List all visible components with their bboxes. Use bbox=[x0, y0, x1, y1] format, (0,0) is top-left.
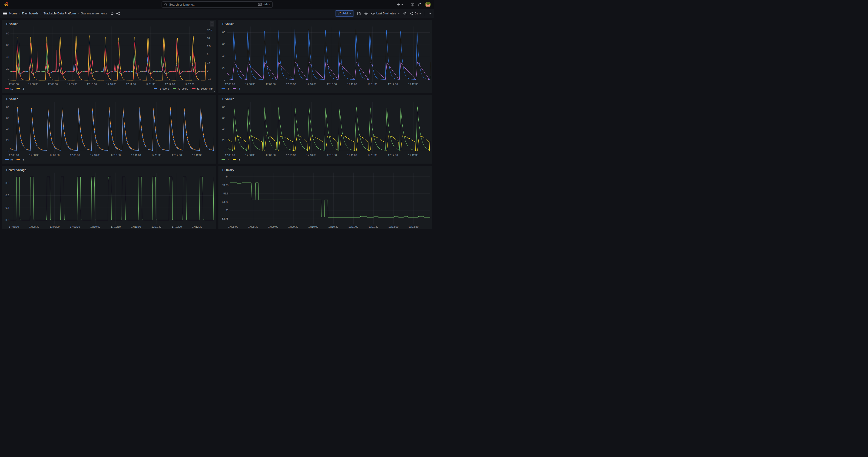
legend-item-r5[interactable]: r5 bbox=[5, 158, 13, 161]
chart-canvas[interactable] bbox=[227, 27, 430, 82]
menu-icon[interactable] bbox=[3, 12, 7, 15]
chart-canvas[interactable] bbox=[227, 102, 430, 153]
legend-swatch bbox=[233, 88, 236, 89]
avatar[interactable] bbox=[425, 2, 431, 7]
x-axis-label: 17:10:30 bbox=[106, 83, 117, 86]
legend-item-r6[interactable]: r6 bbox=[17, 158, 24, 161]
y-axis-label: 53 bbox=[225, 209, 228, 212]
legend-group-left: r5r6 bbox=[5, 158, 24, 161]
chevron-down-icon bbox=[398, 12, 400, 14]
y-axis-right: -2.502.557.51012.5 bbox=[206, 27, 214, 82]
new-plus-button[interactable] bbox=[397, 3, 403, 6]
panel-title[interactable]: R-values bbox=[222, 22, 234, 26]
x-axis-label: 17:12:30 bbox=[408, 83, 418, 86]
search-input[interactable]: Search or jump to... ctrl+k bbox=[161, 1, 273, 8]
legend-item-r2[interactable]: r2 bbox=[17, 87, 24, 90]
breadcrumb-separator: › bbox=[19, 12, 21, 16]
x-axis-label: 17:11:00 bbox=[131, 154, 141, 156]
breadcrumb-folder[interactable]: Stackable Data Platform bbox=[43, 12, 76, 15]
x-axis-label: 17:11:00 bbox=[126, 83, 136, 86]
x-axis-label: 17:08:30 bbox=[29, 154, 39, 156]
plot-area bbox=[10, 173, 214, 224]
x-axis: 17:08:0017:08:3017:09:0017:09:3017:10:00… bbox=[10, 82, 206, 86]
star-icon[interactable] bbox=[110, 12, 114, 16]
panel-r-values-1: R-values 020406080-2.502.557.51012.517:0… bbox=[2, 20, 216, 93]
legend-item-r4[interactable]: r4 bbox=[233, 87, 240, 90]
time-range-picker[interactable]: Last 5 minutes bbox=[371, 12, 400, 15]
chevron-down-icon bbox=[349, 12, 351, 14]
legend-label: r8 bbox=[238, 158, 240, 161]
legend-label: r5 bbox=[10, 158, 13, 161]
legend-item-r8[interactable]: r8 bbox=[233, 158, 240, 161]
panel-header[interactable]: R-values bbox=[220, 96, 430, 102]
panel-title[interactable]: R-values bbox=[6, 22, 18, 26]
toolbar-divider bbox=[425, 11, 425, 16]
legend-item-r7[interactable]: r7 bbox=[221, 158, 229, 161]
y-axis-label: 60 bbox=[6, 44, 9, 47]
panel-resize-handle[interactable] bbox=[214, 90, 215, 92]
legend-swatch bbox=[5, 159, 9, 160]
y-axis-label: 53.25 bbox=[222, 201, 228, 203]
x-axis-label: 17:10:00 bbox=[90, 225, 100, 228]
panel-title[interactable]: Heater Voltage bbox=[6, 168, 26, 172]
y-axis-label: 40 bbox=[222, 55, 225, 57]
kebab-menu-icon[interactable] bbox=[210, 21, 214, 27]
chart-canvas[interactable] bbox=[230, 173, 430, 224]
grafana-logo[interactable] bbox=[3, 2, 9, 7]
legend-group-right: r1_scorer2_scorer1_score_lttb bbox=[154, 87, 213, 90]
y-axis-label: 20 bbox=[222, 139, 225, 142]
legend-label: r3 bbox=[227, 87, 229, 90]
panel-header[interactable]: Humidity bbox=[220, 167, 430, 173]
panel-header[interactable]: R-values bbox=[4, 21, 214, 27]
top-right-actions bbox=[397, 2, 431, 7]
x-axis-label: 17:12:30 bbox=[192, 225, 202, 228]
breadcrumb-dashboards[interactable]: Dashboards bbox=[22, 12, 38, 15]
chart-canvas[interactable] bbox=[10, 102, 214, 153]
x-axis-label: 17:11:30 bbox=[368, 83, 377, 86]
share-icon[interactable] bbox=[116, 12, 120, 16]
x-axis-label: 17:11:30 bbox=[146, 83, 155, 86]
panel-title[interactable]: Humidity bbox=[222, 168, 234, 172]
help-button[interactable] bbox=[410, 3, 414, 6]
y-axis-left: 020406080 bbox=[220, 102, 227, 153]
x-axis-label: 17:11:30 bbox=[152, 225, 161, 228]
panel-title[interactable]: R-values bbox=[222, 97, 234, 101]
x-axis: 17:08:0017:08:3017:09:0017:09:3017:10:00… bbox=[10, 224, 214, 228]
gear-icon[interactable] bbox=[364, 11, 368, 16]
save-icon[interactable] bbox=[357, 12, 361, 16]
legend-item-r2_score[interactable]: r2_score bbox=[173, 87, 188, 90]
legend-label: r4 bbox=[238, 87, 240, 90]
x-axis-label: 17:11:30 bbox=[368, 154, 377, 156]
panel-header[interactable]: R-values bbox=[4, 96, 214, 102]
y-axis-left: 020406080 bbox=[4, 102, 10, 153]
breadcrumb-home[interactable]: Home bbox=[9, 12, 18, 15]
panel-header[interactable]: R-values bbox=[220, 21, 430, 27]
chart-canvas[interactable] bbox=[10, 173, 214, 224]
rss-news-button[interactable] bbox=[418, 3, 422, 6]
legend-swatch bbox=[221, 88, 225, 89]
y-axis-label: 0 bbox=[8, 79, 9, 82]
panel-title[interactable]: R-values bbox=[6, 97, 18, 101]
x-axis-label: 17:11:00 bbox=[348, 225, 358, 228]
breadcrumb-separator: › bbox=[40, 12, 41, 16]
legend-item-r3[interactable]: r3 bbox=[221, 87, 229, 90]
x-axis-label: 17:09:00 bbox=[50, 225, 60, 228]
zoom-out-icon[interactable] bbox=[403, 12, 407, 16]
y-axis-label: 80 bbox=[6, 32, 9, 35]
legend-swatch bbox=[17, 88, 20, 89]
panel-header[interactable]: Heater Voltage bbox=[4, 167, 214, 173]
legend: r1r2r1_scorer2_scorer1_score_lttb bbox=[4, 86, 214, 91]
x-axis-label: 17:10:30 bbox=[327, 83, 337, 86]
chevron-up-icon[interactable] bbox=[428, 12, 431, 15]
refresh-picker[interactable]: 5s bbox=[410, 12, 422, 15]
y-axis-label: 12.5 bbox=[207, 29, 212, 31]
toolbar-right: Add bbox=[335, 10, 431, 17]
legend-item-r1[interactable]: r1 bbox=[5, 87, 13, 90]
legend-item-r1_score[interactable]: r1_score bbox=[154, 87, 169, 90]
series-humidity bbox=[230, 183, 430, 217]
legend-swatch bbox=[154, 88, 157, 89]
add-button[interactable]: Add bbox=[335, 10, 354, 17]
legend-item-r1_score_lttb[interactable]: r1_score_lttb bbox=[192, 87, 213, 90]
x-axis-label: 17:10:30 bbox=[111, 225, 121, 228]
chart-canvas[interactable] bbox=[10, 27, 206, 82]
